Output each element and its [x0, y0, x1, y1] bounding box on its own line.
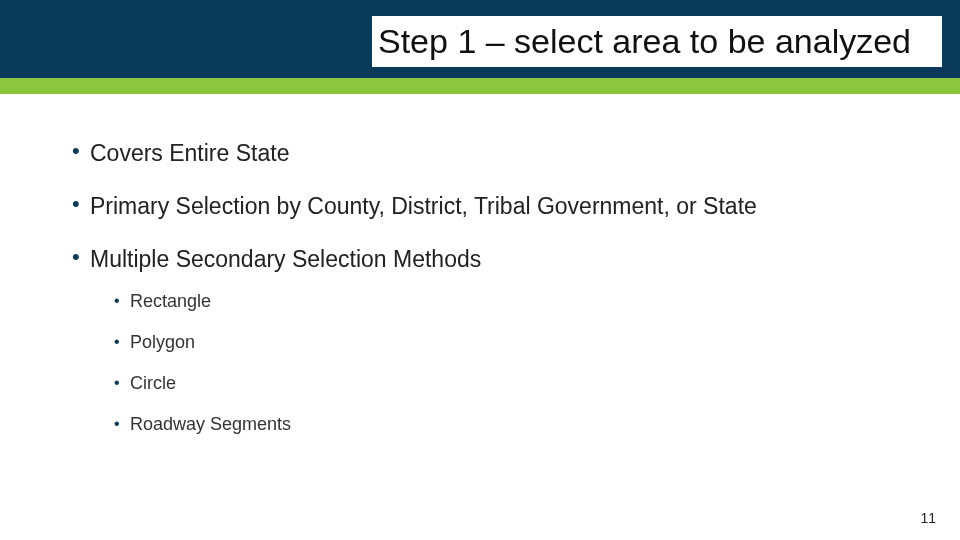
bullet-text: Multiple Secondary Selection Methods — [90, 246, 481, 272]
sub-bullet-item: Rectangle — [114, 291, 892, 312]
sub-bullet-item: Polygon — [114, 332, 892, 353]
slide: { "title": "Step 1 – select area to be a… — [0, 0, 960, 540]
accent-bar — [0, 78, 960, 94]
bullet-list: Covers Entire State Primary Selection by… — [72, 140, 892, 435]
bullet-item: Primary Selection by County, District, T… — [72, 193, 892, 220]
sub-bullet-list: Rectangle Polygon Circle Roadway Segment… — [114, 291, 892, 435]
page-number: 11 — [920, 510, 936, 526]
sub-bullet-item: Roadway Segments — [114, 414, 892, 435]
page-title: Step 1 – select area to be analyzed — [372, 16, 942, 67]
sub-bullet-item: Circle — [114, 373, 892, 394]
content-area: Covers Entire State Primary Selection by… — [72, 140, 892, 461]
bullet-item: Covers Entire State — [72, 140, 892, 167]
bullet-item: Multiple Secondary Selection Methods Rec… — [72, 246, 892, 435]
